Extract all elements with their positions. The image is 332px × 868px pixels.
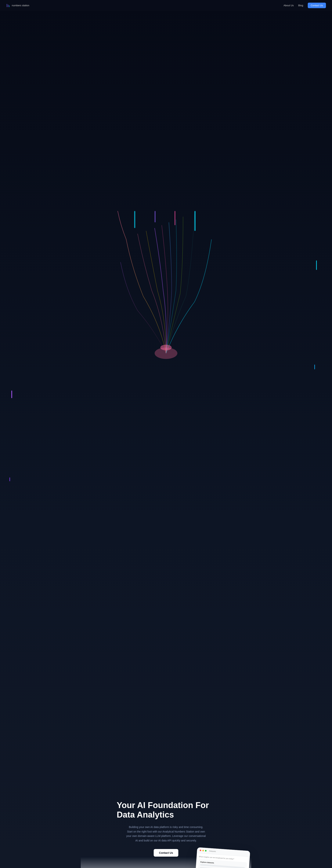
nav-contact-button[interactable]: Contact Us <box>308 3 326 8</box>
app-title: Datasets <box>209 850 216 852</box>
navigation: numbers station About Us Blog Contact Us <box>0 0 332 11</box>
svg-rect-1 <box>8 5 8 7</box>
hero-section: Your AI Foundation For Data Analytics Bu… <box>0 0 332 868</box>
hero-accent-right <box>316 260 317 270</box>
hero-accent-left2 <box>9 477 10 481</box>
close-dot <box>200 849 201 851</box>
hero-title: Your AI Foundation For Data Analytics <box>117 801 215 819</box>
svg-rect-2 <box>9 5 10 7</box>
svg-rect-6 <box>155 211 156 222</box>
logo-icon <box>6 3 10 8</box>
hero-accent-left <box>11 391 12 398</box>
svg-rect-5 <box>134 211 135 228</box>
hero-lines-svg <box>109 0 223 564</box>
hero-accent-right2 <box>314 365 315 369</box>
nav-about[interactable]: About Us <box>284 4 294 7</box>
svg-point-4 <box>160 345 172 350</box>
logo-text: numbers station <box>12 4 29 7</box>
nav-links: About Us Blog Contact Us <box>284 3 326 8</box>
mock-row-2 <box>200 867 227 868</box>
minimize-dot <box>202 850 204 851</box>
hero-subtitle: Building your own AI data platform is ri… <box>126 825 206 843</box>
hero-visual <box>0 0 332 564</box>
expand-dot <box>205 850 207 852</box>
app-screenshot: Datasets What insights can we broadcast … <box>193 847 250 868</box>
logo[interactable]: numbers station <box>6 3 29 8</box>
hero-cta-button[interactable]: Contact Us <box>154 849 178 857</box>
app-screenshot-container: Datasets What insights can we broadcast … <box>81 857 251 868</box>
svg-rect-0 <box>7 4 7 7</box>
nav-blog[interactable]: Blog <box>298 4 303 7</box>
svg-rect-7 <box>174 211 175 225</box>
svg-rect-8 <box>194 211 196 231</box>
